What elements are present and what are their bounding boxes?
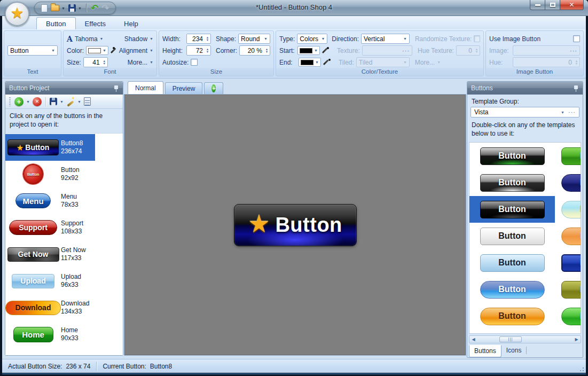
start-color-picker[interactable]: ▼ bbox=[297, 46, 320, 55]
template-button[interactable]: Button bbox=[561, 174, 581, 192]
template-button[interactable]: Button bbox=[561, 228, 581, 245]
image-field: ··· bbox=[513, 45, 580, 56]
template-button[interactable]: Button bbox=[480, 308, 545, 325]
end-color-eyedropper-icon[interactable] bbox=[323, 59, 331, 66]
scroll-left-icon[interactable]: ◀ bbox=[469, 337, 477, 342]
project-item[interactable]: Get Now Get Now117x33 bbox=[5, 241, 95, 268]
delete-button-icon[interactable]: ✕ bbox=[33, 97, 42, 106]
project-item[interactable]: ★Button Button8236x74 bbox=[5, 134, 95, 161]
project-item[interactable]: Home Home90x33 bbox=[5, 321, 95, 348]
project-item[interactable]: Support Support108x33 bbox=[5, 214, 95, 241]
redo-icon[interactable]: ↷ bbox=[101, 4, 109, 13]
chevron-down-icon[interactable]: ▼ bbox=[150, 49, 153, 52]
scrollbar-thumb[interactable] bbox=[499, 336, 522, 342]
type-combobox[interactable]: Colors ▼ bbox=[297, 34, 327, 44]
minimize-button[interactable] bbox=[530, 0, 545, 10]
template-button[interactable]: Button bbox=[480, 174, 545, 192]
font-more-button[interactable]: More... bbox=[128, 59, 147, 66]
save-dropdown-caret[interactable]: ▼ bbox=[60, 100, 64, 104]
width-value: 234 bbox=[187, 35, 205, 43]
tiled-combobox: Tiled ▼ bbox=[356, 57, 410, 67]
add-button-icon[interactable]: + bbox=[14, 97, 23, 106]
properties-icon[interactable] bbox=[84, 97, 91, 106]
template-button[interactable]: Button bbox=[561, 147, 581, 165]
resize-grip[interactable] bbox=[578, 365, 584, 372]
maximize-button[interactable] bbox=[545, 0, 560, 10]
template-button-selected[interactable]: Button bbox=[480, 201, 545, 218]
randomize-texture-label: Randomize Texture: bbox=[415, 35, 472, 43]
add-dropdown-caret[interactable]: ▼ bbox=[26, 100, 30, 104]
shape-combobox[interactable]: Round ▼ bbox=[238, 34, 270, 44]
project-item[interactable]: Download Download134x33 bbox=[5, 294, 95, 321]
tab-help[interactable]: Help bbox=[115, 18, 147, 29]
project-item[interactable]: Button Button92x92 bbox=[5, 161, 95, 187]
edited-button-preview[interactable]: ★ Button bbox=[234, 204, 357, 246]
autosize-checkbox[interactable] bbox=[191, 59, 198, 66]
height-value: 72 bbox=[187, 47, 205, 54]
toolbar-grip bbox=[9, 97, 11, 106]
template-button[interactable]: Button bbox=[561, 254, 581, 272]
save-dropdown-caret[interactable]: ▼ bbox=[78, 6, 82, 10]
pin-icon[interactable] bbox=[573, 85, 579, 92]
template-button[interactable]: Button bbox=[480, 254, 545, 272]
spinner-arrows[interactable]: ▲▼ bbox=[264, 46, 270, 55]
direction-combobox[interactable]: Vertical ▼ bbox=[361, 34, 410, 44]
undo-icon[interactable]: ↶ bbox=[91, 4, 98, 13]
project-panel-header: Button Project bbox=[5, 82, 123, 95]
template-button[interactable]: Button bbox=[480, 147, 545, 165]
save-icon[interactable] bbox=[68, 4, 76, 12]
width-spinner[interactable]: 234 ▲▼ bbox=[186, 34, 211, 44]
chevron-down-icon[interactable]: ▼ bbox=[100, 37, 104, 41]
tab-icons[interactable]: Icons bbox=[501, 345, 527, 356]
alignment-button[interactable]: Alignment bbox=[119, 47, 147, 54]
pin-icon[interactable] bbox=[113, 85, 119, 92]
open-dropdown-caret[interactable]: ▼ bbox=[61, 6, 65, 10]
ribbon: Button ▼ Text A Tahoma ▼ Shadow ▼ Color:… bbox=[2, 29, 586, 79]
spinner-arrows[interactable]: ▲▼ bbox=[205, 34, 210, 43]
font-size-spinner[interactable]: 41 ▲▼ bbox=[83, 57, 108, 67]
spinner-arrows[interactable]: ▲▼ bbox=[205, 46, 210, 55]
start-color-eyedropper-icon[interactable] bbox=[322, 47, 329, 54]
design-canvas[interactable]: ★ Button bbox=[124, 94, 466, 356]
template-button[interactable]: Button bbox=[561, 308, 581, 325]
tab-normal[interactable]: Normal bbox=[128, 81, 163, 94]
app-logo-button[interactable]: ★ bbox=[5, 2, 29, 26]
tab-buttons[interactable]: Buttons bbox=[469, 345, 501, 357]
use-image-button-checkbox[interactable] bbox=[573, 35, 580, 42]
height-spinner[interactable]: 72 ▲▼ bbox=[186, 45, 211, 56]
horizontal-scrollbar[interactable]: ◀ ▶ bbox=[469, 335, 581, 343]
button-text-combobox[interactable]: Button ▼ bbox=[7, 45, 58, 56]
spinner-arrows[interactable]: ▲▼ bbox=[101, 58, 107, 67]
edited-button-text: Button bbox=[275, 214, 342, 237]
template-button[interactable]: Button bbox=[561, 201, 581, 218]
project-item[interactable]: Upload Upload96x33 bbox=[5, 268, 95, 294]
font-color-eyedropper-icon[interactable] bbox=[111, 47, 115, 54]
tab-add[interactable]: + bbox=[204, 82, 223, 94]
template-group-combobox[interactable]: Vista ▼ ··· bbox=[471, 107, 579, 118]
shadow-button[interactable]: Shadow bbox=[124, 35, 147, 43]
project-item[interactable]: Menu Menu78x33 bbox=[5, 187, 95, 214]
tab-button[interactable]: Button bbox=[36, 17, 76, 29]
template-button[interactable]: Button bbox=[561, 281, 581, 299]
new-document-icon[interactable] bbox=[41, 4, 48, 12]
open-folder-icon[interactable] bbox=[51, 5, 59, 11]
save-project-icon[interactable] bbox=[50, 98, 57, 105]
corner-spinner[interactable]: 20 % ▲▼ bbox=[239, 45, 270, 56]
chevron-down-icon[interactable]: ▼ bbox=[150, 60, 153, 64]
font-color-picker[interactable]: ▼ bbox=[86, 46, 108, 55]
browse-ellipsis-icon[interactable]: ··· bbox=[568, 109, 576, 115]
end-color-picker[interactable]: ▼ bbox=[299, 58, 321, 67]
title-bar[interactable]: *Untitled - Button Shop 4 ✕ ▼ ▼ ↶ ↷ bbox=[0, 0, 588, 16]
tools-dropdown-caret[interactable]: ▼ bbox=[77, 100, 81, 104]
font-name-button[interactable]: Tahoma bbox=[75, 35, 98, 43]
template-button[interactable]: Button bbox=[480, 228, 545, 245]
scroll-right-icon[interactable]: ▶ bbox=[573, 337, 581, 342]
tab-preview[interactable]: Preview bbox=[165, 82, 203, 94]
tools-wand-icon[interactable] bbox=[66, 97, 75, 106]
template-button[interactable]: Button bbox=[480, 281, 545, 299]
chevron-down-icon[interactable]: ▼ bbox=[150, 37, 153, 41]
panel-footer-tabs: Buttons Icons bbox=[467, 345, 583, 357]
close-button[interactable]: ✕ bbox=[560, 0, 584, 10]
tab-effects[interactable]: Effects bbox=[76, 18, 115, 29]
project-toolbar: + ▼ ✕ ▼ ▼ bbox=[5, 95, 123, 109]
